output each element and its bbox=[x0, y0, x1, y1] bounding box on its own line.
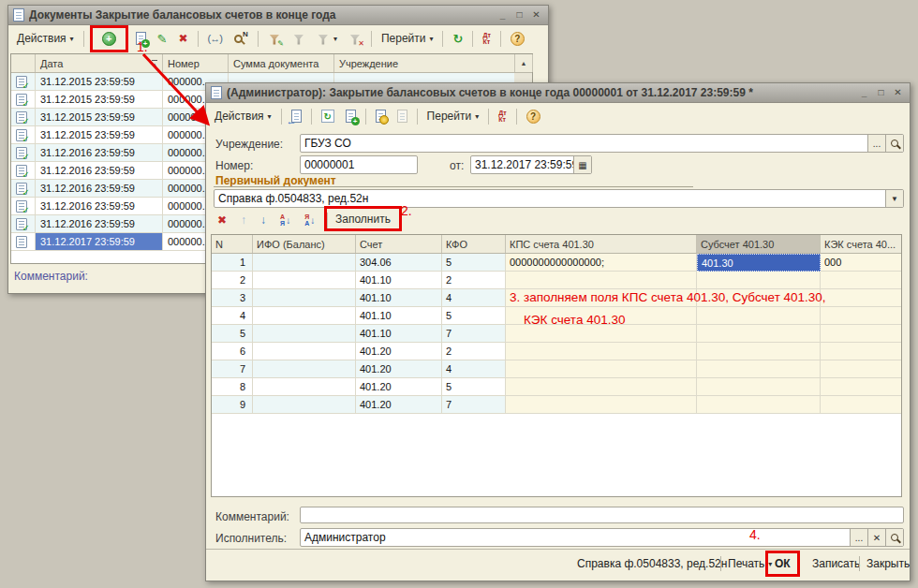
cell-kek[interactable] bbox=[821, 343, 901, 360]
cell-kfo[interactable]: 7 bbox=[442, 396, 506, 414]
row-status-cell[interactable] bbox=[11, 73, 36, 91]
cell-kfo[interactable]: 5 bbox=[442, 307, 506, 325]
column-header-date[interactable]: Дата ▲ bbox=[36, 54, 163, 72]
cell-kfo[interactable]: 4 bbox=[442, 289, 506, 307]
cell-kek[interactable] bbox=[821, 272, 901, 289]
cell-kek[interactable] bbox=[821, 307, 901, 325]
cell-kek[interactable] bbox=[821, 396, 901, 414]
cell-schet[interactable]: 304.06 bbox=[356, 254, 442, 272]
cell-kek[interactable]: 000 bbox=[821, 254, 901, 272]
row-date-cell[interactable]: 31.12.2015 23:59:59 bbox=[36, 126, 163, 144]
calendar-button[interactable]: ▦ bbox=[573, 156, 591, 173]
row-date-cell[interactable]: 31.12.2015 23:59:59 bbox=[36, 73, 163, 91]
cell-subschet[interactable] bbox=[697, 272, 821, 289]
cell-kps[interactable] bbox=[506, 360, 697, 378]
cell-kfo[interactable]: 2 bbox=[442, 343, 506, 360]
maximize-icon[interactable]: □ bbox=[874, 86, 888, 100]
dropdown-button[interactable]: ▼ bbox=[885, 190, 903, 207]
table-row[interactable]: 6 401.20 2 bbox=[212, 343, 901, 360]
cell-n[interactable]: 6 bbox=[212, 343, 253, 360]
column-header-number[interactable]: Номер bbox=[163, 54, 229, 72]
move-up-button[interactable]: ↑ bbox=[237, 212, 250, 228]
actions-menu-button[interactable]: Действия ▾ bbox=[211, 108, 275, 125]
cell-subschet[interactable] bbox=[697, 325, 821, 343]
cell-schet[interactable]: 401.10 bbox=[356, 307, 442, 325]
filter-by-value-button[interactable]: ▾ bbox=[313, 31, 341, 47]
row-date-cell[interactable]: 31.12.2015 23:59:59 bbox=[36, 91, 163, 109]
cell-kek[interactable] bbox=[821, 289, 901, 307]
unpost-button[interactable] bbox=[393, 108, 411, 125]
cell-schet[interactable]: 401.10 bbox=[356, 289, 442, 307]
find-by-number-button[interactable]: N bbox=[230, 30, 252, 48]
cell-n[interactable]: 4 bbox=[212, 307, 253, 325]
number-field[interactable]: 00000001 bbox=[300, 155, 418, 174]
cell-kfo[interactable]: 7 bbox=[442, 325, 506, 343]
column-header-sum[interactable]: Сумма документа bbox=[229, 54, 334, 72]
primary-doc-select[interactable]: Справка ф.0504833, ред.52н ▼ bbox=[214, 189, 904, 208]
close-button[interactable]: Закрыть bbox=[863, 554, 913, 573]
maximize-icon[interactable]: □ bbox=[512, 8, 526, 22]
row-date-cell[interactable]: 31.12.2016 23:59:59 bbox=[36, 162, 163, 180]
cell-subschet[interactable] bbox=[697, 378, 821, 396]
cell-kps[interactable]: 0000000000000000; bbox=[506, 254, 697, 272]
row-status-cell[interactable] bbox=[11, 109, 36, 126]
cell-schet[interactable]: 401.20 bbox=[356, 360, 442, 378]
edit-button[interactable]: ✎ bbox=[154, 30, 171, 48]
filter-settings-button[interactable]: ✎ bbox=[264, 31, 285, 47]
clear-filter-button[interactable]: ✕ bbox=[345, 31, 365, 47]
cell-schet[interactable]: 401.20 bbox=[356, 343, 442, 360]
cell-n[interactable]: 7 bbox=[212, 360, 253, 378]
row-status-cell[interactable] bbox=[11, 144, 36, 162]
delete-row-button[interactable]: ✖ bbox=[214, 212, 230, 228]
cell-kek[interactable] bbox=[821, 325, 901, 343]
row-status-cell[interactable] bbox=[11, 91, 36, 109]
comment-field[interactable] bbox=[300, 507, 904, 523]
row-status-cell[interactable] bbox=[11, 126, 36, 144]
cell-kfo[interactable]: 5 bbox=[442, 254, 506, 272]
executor-select-button[interactable]: ... bbox=[850, 529, 867, 546]
cell-schet[interactable]: 401.20 bbox=[356, 378, 442, 396]
help-button[interactable]: ? bbox=[507, 30, 528, 48]
filter-button[interactable] bbox=[289, 31, 309, 47]
cell-kps[interactable] bbox=[506, 343, 697, 360]
column-header-n[interactable]: N bbox=[212, 235, 253, 253]
row-date-cell[interactable]: 31.12.2016 23:59:59 bbox=[36, 144, 163, 162]
minimize-icon[interactable]: _ bbox=[496, 8, 510, 22]
copy-button[interactable] bbox=[342, 108, 360, 125]
cell-ifo[interactable] bbox=[253, 343, 356, 360]
cell-n[interactable]: 8 bbox=[212, 378, 253, 396]
cell-subschet[interactable] bbox=[697, 360, 821, 378]
row-status-cell[interactable] bbox=[11, 198, 36, 215]
cell-schet[interactable]: 401.10 bbox=[356, 272, 442, 289]
executor-clear-button[interactable]: ✕ bbox=[867, 529, 885, 546]
close-icon[interactable]: ✕ bbox=[529, 8, 543, 22]
table-row[interactable]: 1 304.06 5 0000000000000000; 401.30 000 bbox=[212, 254, 901, 272]
cell-n[interactable]: 1 bbox=[212, 254, 253, 272]
cell-kfo[interactable]: 2 bbox=[442, 272, 506, 289]
column-header-kfo[interactable]: КФО bbox=[442, 235, 506, 253]
help-button[interactable]: ? bbox=[523, 108, 544, 125]
set-interval-button[interactable]: (↔) bbox=[204, 31, 226, 46]
fill-button[interactable]: Заполнить bbox=[335, 213, 391, 226]
dt-kt-button[interactable]: ДтКт bbox=[479, 30, 494, 47]
column-header-institution[interactable]: Учреждение bbox=[334, 54, 515, 72]
move-down-button[interactable]: ↓ bbox=[257, 212, 270, 228]
column-header-schet[interactable]: Счет bbox=[356, 235, 442, 253]
column-header-kek[interactable]: КЭК счета 40... bbox=[821, 235, 901, 253]
row-date-cell[interactable]: 31.12.2016 23:59:59 bbox=[36, 198, 163, 215]
ok-button[interactable]: ОК bbox=[775, 557, 791, 570]
cell-kps[interactable] bbox=[506, 396, 697, 414]
cell-kek[interactable] bbox=[821, 378, 901, 396]
row-date-cell[interactable]: 31.12.2017 23:59:59 bbox=[36, 233, 163, 251]
cell-ifo[interactable] bbox=[253, 360, 356, 378]
sort-ascending-button[interactable]: АЯ ↓ bbox=[276, 212, 294, 228]
cell-n[interactable]: 2 bbox=[212, 272, 253, 289]
column-header-kps[interactable]: КПС счета 401.30 bbox=[506, 235, 697, 253]
cell-kfo[interactable]: 5 bbox=[442, 378, 506, 396]
row-status-cell[interactable] bbox=[11, 233, 36, 251]
cell-kek[interactable] bbox=[821, 360, 901, 378]
goto-menu-button[interactable]: Перейти ▾ bbox=[423, 108, 483, 125]
delete-button[interactable]: ✖ bbox=[175, 30, 192, 47]
row-date-cell[interactable]: 31.12.2016 23:59:59 bbox=[36, 215, 163, 233]
cell-ifo[interactable] bbox=[253, 378, 356, 396]
